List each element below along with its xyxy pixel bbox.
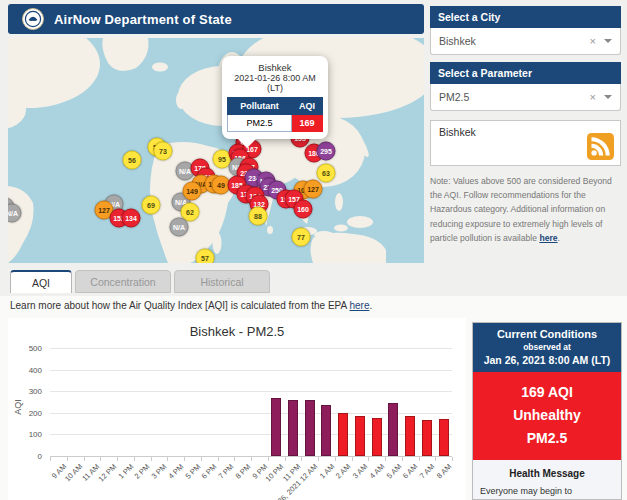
rss-panel: Bishkek bbox=[430, 120, 621, 166]
chart-x-tick-label: 8 AM bbox=[435, 462, 453, 480]
conditions-pollutant: PM2.5 bbox=[473, 427, 621, 450]
learn-more-text: Learn more about how the Air Quality Ind… bbox=[10, 300, 372, 311]
health-message-text: Everyone may begin to experience health … bbox=[473, 484, 621, 500]
chart-y-tick-label: 200 bbox=[8, 408, 42, 417]
chart-x-tick bbox=[234, 457, 235, 461]
parameter-select-value: PM2.5 bbox=[439, 91, 590, 103]
chart-bar bbox=[305, 400, 315, 456]
chart-x-tick bbox=[218, 457, 219, 461]
popup-col-pollutant: Pollutant bbox=[228, 98, 292, 115]
chart-x-tick-label: 6 PM bbox=[200, 462, 219, 481]
chart-x-tick-label: 4 PM bbox=[167, 462, 186, 481]
conditions-title: Current Conditions bbox=[477, 328, 617, 340]
aqi-marker[interactable]: 69 bbox=[142, 196, 161, 215]
chart-x-tick bbox=[368, 457, 369, 461]
chart-y-tick-label: 100 bbox=[8, 430, 42, 439]
aqi-marker[interactable]: 63 bbox=[317, 164, 336, 183]
world-map[interactable]: N/AN/AN/A12715213456577369N/A62N/A5795N/… bbox=[8, 38, 424, 263]
rss-feed-icon[interactable] bbox=[587, 133, 614, 160]
learn-more-link[interactable]: here bbox=[349, 300, 369, 311]
popup-pollutant-value: PM2.5 bbox=[228, 115, 292, 132]
chart-bar bbox=[388, 403, 398, 456]
tab-historical[interactable]: Historical bbox=[174, 270, 270, 293]
chart-y-tick-label: 300 bbox=[8, 387, 42, 396]
chart-x-tick bbox=[352, 457, 353, 461]
chart-gridline bbox=[50, 391, 452, 392]
aqi-marker[interactable]: 88 bbox=[249, 207, 268, 226]
aqi-marker[interactable]: 160 bbox=[294, 200, 313, 219]
chart-x-tick bbox=[201, 457, 202, 461]
chart-x-tick-label: 7 AM bbox=[418, 462, 436, 480]
city-caret-down-icon[interactable] bbox=[604, 39, 612, 47]
chart-x-tick-label: 3 AM bbox=[351, 462, 369, 480]
chart-bar bbox=[439, 419, 449, 456]
app-header: AirNow Department of State bbox=[8, 4, 424, 34]
chart-y-tick-label: 400 bbox=[8, 365, 42, 374]
chart-bar bbox=[405, 416, 415, 456]
note-link[interactable]: here bbox=[539, 233, 557, 243]
city-select[interactable]: Bishkek × bbox=[430, 28, 621, 55]
chart-x-tick bbox=[184, 457, 185, 461]
tab-aqi[interactable]: AQI bbox=[10, 270, 72, 293]
chart-x-tick-label: 5 PM bbox=[183, 462, 202, 481]
chart-y-tick-label: 500 bbox=[8, 344, 42, 353]
chart-x-tick bbox=[402, 457, 403, 461]
parameter-caret-down-icon[interactable] bbox=[604, 95, 612, 103]
chart-bar bbox=[355, 416, 365, 456]
popup-aqi-value: 169 bbox=[292, 115, 323, 132]
chart-x-tick-label: 6 AM bbox=[401, 462, 419, 480]
city-clear-icon[interactable]: × bbox=[590, 35, 596, 47]
chart-x-tick bbox=[419, 457, 420, 461]
aqi-marker[interactable]: 149 bbox=[183, 182, 202, 201]
parameter-clear-icon[interactable]: × bbox=[590, 91, 596, 103]
tab-bar: AQI Concentration Historical bbox=[10, 270, 270, 293]
chart-x-tick bbox=[301, 457, 302, 461]
chart-panel: Bishkek - PM2.5 AQI 01002003004005009 AM… bbox=[8, 318, 466, 500]
chart-x-tick bbox=[100, 457, 101, 461]
note-text-period: . bbox=[558, 233, 560, 243]
chart-x-tick bbox=[385, 457, 386, 461]
chart-gridline bbox=[50, 370, 452, 371]
chart-x-tick-label: 10 AM bbox=[63, 462, 84, 483]
chart-x-tick-label: 5 AM bbox=[385, 462, 403, 480]
popup-table: Pollutant AQI PM2.5 169 bbox=[227, 97, 323, 132]
chart-bar bbox=[271, 398, 281, 456]
city-select-value: Bishkek bbox=[439, 35, 590, 47]
chart-x-tick bbox=[117, 457, 118, 461]
page-title: AirNow Department of State bbox=[54, 12, 232, 27]
aqi-marker[interactable]: 77 bbox=[292, 228, 311, 247]
aqi-marker[interactable]: 295 bbox=[317, 142, 336, 161]
select-city-header: Select a City bbox=[430, 6, 621, 28]
map-popup: Bishkek 2021-01-26 8:00 AM (LT) Pollutan… bbox=[222, 56, 328, 139]
aqi-marker[interactable]: 57 bbox=[196, 249, 215, 264]
aqi-marker[interactable]: 127 bbox=[304, 180, 323, 199]
conditions-datetime: Jan 26, 2021 8:00 AM (LT) bbox=[477, 354, 617, 366]
aqi-marker[interactable]: 134 bbox=[122, 209, 141, 228]
aqi-marker[interactable]: 56 bbox=[123, 151, 142, 170]
chart-bar bbox=[422, 420, 432, 456]
chart-plot: 01002003004005009 AM10 AM11 AM12 PM1 PM2… bbox=[8, 318, 466, 500]
aqi-marker[interactable]: 73 bbox=[154, 142, 173, 161]
chart-x-tick bbox=[50, 457, 51, 461]
rss-city-label: Bishkek bbox=[439, 126, 476, 138]
chart-x-tick bbox=[452, 457, 453, 461]
parameter-select[interactable]: PM2.5 × bbox=[430, 84, 621, 111]
chart-x-tick-label: 12 PM bbox=[97, 462, 119, 484]
aqi-marker[interactable]: N/A bbox=[170, 218, 189, 237]
dos-seal-icon bbox=[22, 8, 44, 30]
chart-x-tick bbox=[335, 457, 336, 461]
chart-x-tick bbox=[84, 457, 85, 461]
note-text-body: Note: Values above 500 are considered Be… bbox=[430, 176, 612, 243]
health-message-title: Health Message bbox=[473, 468, 621, 479]
chart-x-tick bbox=[435, 457, 436, 461]
learn-more-period: . bbox=[369, 300, 372, 311]
chart-x-tick bbox=[318, 457, 319, 461]
conditions-panel: Current Conditions observed at Jan 26, 2… bbox=[472, 322, 622, 500]
chart-y-tick-label: 0 bbox=[8, 452, 42, 461]
chart-x-tick bbox=[134, 457, 135, 461]
select-city-panel: Select a City Bishkek × bbox=[430, 6, 621, 55]
chart-x-tick-label: 10 PM bbox=[264, 462, 286, 484]
tab-concentration[interactable]: Concentration bbox=[75, 270, 171, 293]
chart-x-tick-label: 4 AM bbox=[368, 462, 386, 480]
note-text: Note: Values above 500 are considered Be… bbox=[430, 174, 621, 245]
